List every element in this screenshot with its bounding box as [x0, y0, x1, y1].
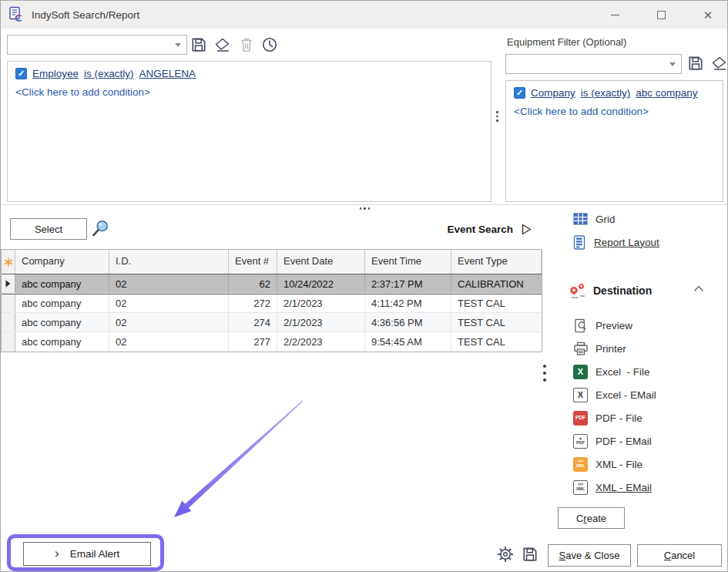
- destination-item-preview[interactable]: Preview: [573, 317, 632, 334]
- destination-item-excel-email[interactable]: Excel - EMail: [573, 386, 656, 403]
- destination-item-xml-email[interactable]: XML - EMail: [573, 479, 652, 496]
- table-row[interactable]: abc company022722/1/20234:11:42 PMTEST C…: [2, 294, 542, 313]
- row-indicator-cell: [2, 313, 15, 331]
- cancel-button[interactable]: Cancel: [637, 544, 722, 567]
- save-equipment-filter-icon[interactable]: [687, 55, 704, 72]
- grid-indicator-header: [2, 250, 15, 274]
- panel-splitter-handle[interactable]: [543, 365, 546, 382]
- destination-item-pdf-email[interactable]: PDF - EMail: [573, 432, 652, 449]
- column-header-event[interactable]: Event #: [229, 250, 277, 274]
- event-search-group: Event Search: [386, 223, 532, 236]
- column-header-event-time[interactable]: Event Time: [365, 250, 451, 274]
- cell-event-date[interactable]: 2/1/2023: [277, 294, 365, 312]
- cell-id[interactable]: 02: [109, 313, 229, 331]
- table-row[interactable]: abc company022772/2/20239:54:45 AMTEST C…: [2, 332, 542, 352]
- cell-event-date[interactable]: 2/1/2023: [277, 313, 365, 331]
- save-settings-icon[interactable]: [522, 546, 538, 563]
- search-icon[interactable]: [90, 219, 110, 239]
- employee-condition-checkbox[interactable]: ✓: [15, 68, 27, 79]
- column-header-i-d[interactable]: I.D.: [109, 250, 229, 274]
- cell-event-num[interactable]: 274: [229, 313, 277, 331]
- destination-item-xml-file[interactable]: XML - File: [573, 456, 642, 473]
- company-condition-checkbox[interactable]: ✓: [514, 87, 525, 99]
- cell-company[interactable]: abc company: [15, 274, 109, 293]
- cell-event-type[interactable]: TEST CAL: [451, 294, 542, 312]
- cell-event-time[interactable]: 4:36:56 PM: [365, 313, 451, 331]
- cell-event-time[interactable]: 2:37:17 PM: [365, 274, 451, 293]
- output-grid-option[interactable]: Grid: [573, 210, 616, 227]
- new-row-asterisk-icon: [4, 257, 13, 267]
- cell-event-num[interactable]: 62: [229, 274, 277, 293]
- destination-item-excel-file[interactable]: Excel - File: [573, 363, 650, 380]
- excel-file-icon: [573, 365, 588, 379]
- horizontal-splitter-handle[interactable]: [1, 204, 728, 212]
- cell-event-type[interactable]: TEST CAL: [451, 313, 542, 331]
- svg-text:C: C: [15, 12, 22, 23]
- report-layout-option[interactable]: Report Layout: [573, 234, 659, 251]
- window-title: IndySoft Search/Report: [32, 9, 139, 21]
- destination-item-pdf-file[interactable]: PDF - File: [573, 409, 642, 426]
- destination-item-label: Preview: [595, 320, 632, 331]
- destination-item-label: Excel - EMail: [595, 389, 656, 401]
- cell-company[interactable]: abc company: [15, 313, 109, 331]
- title-bar: C IndySoft Search/Report ✕: [1, 1, 727, 29]
- minimize-button[interactable]: [599, 1, 630, 29]
- cell-id[interactable]: 02: [109, 332, 229, 352]
- employee-filter-panel: ✓ Employee is (exactly) ANGELENA <Click …: [7, 61, 491, 202]
- cell-id[interactable]: 02: [109, 294, 229, 312]
- save-search-icon[interactable]: [190, 36, 207, 53]
- condition-value-link[interactable]: abc company: [636, 87, 697, 99]
- cell-id[interactable]: 02: [109, 274, 229, 293]
- cell-event-type[interactable]: TEST CAL: [451, 332, 542, 352]
- destination-item-label: PDF - EMail: [595, 436, 652, 447]
- save-and-close-button[interactable]: Save & Close: [548, 544, 631, 567]
- add-condition-link[interactable]: <Click here to add condition>: [15, 86, 491, 98]
- destination-header-label: Destination: [593, 284, 652, 297]
- close-button[interactable]: ✕: [693, 1, 723, 29]
- condition-field-link[interactable]: Employee: [32, 68, 79, 79]
- destination-icon: [569, 281, 588, 300]
- destination-item-printer[interactable]: Printer: [573, 340, 626, 357]
- vertical-splitter-handle[interactable]: [496, 111, 498, 122]
- preview-icon: [573, 318, 588, 333]
- column-header-event-type[interactable]: Event Type: [451, 250, 542, 274]
- run-search-icon[interactable]: [520, 223, 532, 236]
- cell-event-type[interactable]: CALIBRATION: [451, 274, 542, 293]
- cell-event-time[interactable]: 9:54:45 AM: [365, 332, 451, 352]
- collapse-chevron-icon[interactable]: [693, 285, 704, 292]
- cell-event-num[interactable]: 277: [229, 332, 277, 352]
- cell-event-date[interactable]: 10/24/2022: [277, 274, 365, 293]
- chevron-right-icon: ›: [55, 547, 59, 560]
- history-icon[interactable]: [261, 36, 278, 53]
- equipment-filter-combo[interactable]: [505, 54, 682, 74]
- cell-event-num[interactable]: 272: [229, 294, 277, 312]
- condition-value-link[interactable]: ANGELENA: [139, 68, 196, 79]
- table-row[interactable]: abc company026210/24/20222:37:17 PMCALIB…: [2, 274, 542, 294]
- condition-operator-link[interactable]: is (exactly): [84, 68, 134, 79]
- pdf-file-icon: [573, 411, 588, 426]
- condition-field-link[interactable]: Company: [531, 87, 575, 99]
- saved-search-combo[interactable]: [7, 35, 187, 55]
- delete-search-icon[interactable]: [238, 36, 255, 53]
- cell-company[interactable]: abc company: [15, 332, 109, 352]
- cell-event-time[interactable]: 4:11:42 PM: [365, 294, 451, 312]
- cell-company[interactable]: abc company: [15, 294, 109, 312]
- destination-section-header[interactable]: Destination: [569, 281, 652, 300]
- add-condition-link[interactable]: <Click here to add condition>: [514, 106, 723, 117]
- settings-gear-icon[interactable]: [497, 546, 514, 563]
- column-header-company[interactable]: Company: [15, 250, 109, 274]
- cell-event-date[interactable]: 2/2/2023: [277, 332, 365, 352]
- search-report-window: C IndySoft Search/Report ✕ ✓ Employee i: [0, 0, 728, 572]
- select-button[interactable]: Select: [10, 218, 87, 240]
- create-button[interactable]: Create: [558, 507, 625, 529]
- clear-search-icon[interactable]: [213, 36, 230, 53]
- table-row[interactable]: abc company022742/1/20234:36:56 PMTEST C…: [2, 313, 542, 332]
- report-layout-option-label: Report Layout: [594, 237, 659, 248]
- row-indicator-cell: [2, 294, 15, 312]
- clear-equipment-filter-icon[interactable]: [710, 55, 727, 72]
- email-alert-annotation-highlight: › Email Alert: [7, 534, 164, 571]
- column-header-event-date[interactable]: Event Date: [277, 250, 365, 274]
- email-alert-button[interactable]: › Email Alert: [23, 542, 151, 566]
- maximize-button[interactable]: [646, 1, 676, 29]
- condition-operator-link[interactable]: is (exactly): [581, 87, 631, 99]
